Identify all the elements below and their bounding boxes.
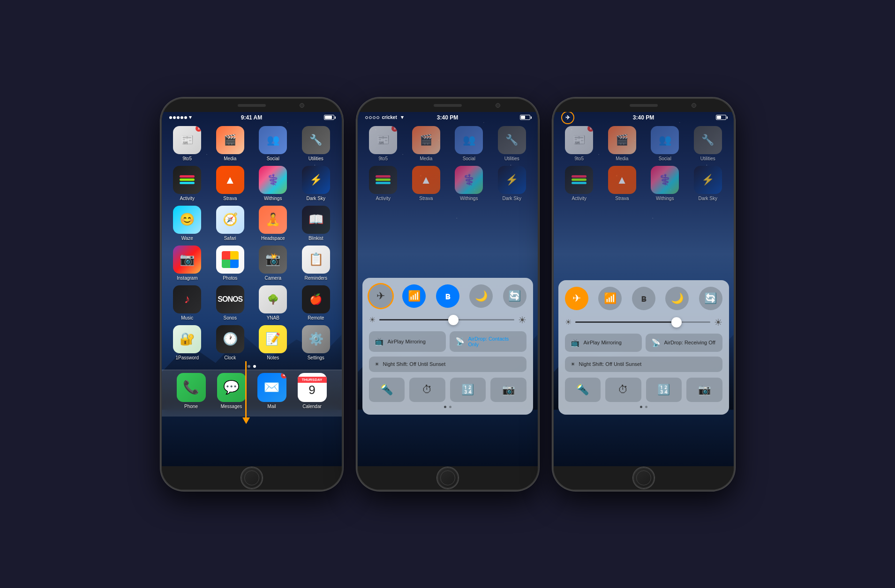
app-reminders[interactable]: 📋 Reminders [297,246,335,281]
app-activity[interactable]: Activity [168,166,207,201]
app-utilities[interactable]: 🔧 Utilities [297,126,335,161]
app-icon-messages[interactable]: 💬 [217,373,246,402]
cc-dot-2 [449,406,451,408]
app-icon-social[interactable]: 👥 [259,126,287,154]
app-darksky[interactable]: ⚡ Dark Sky [297,166,335,201]
app3-media: 🎬 Media [603,126,641,161]
home-button-1[interactable] [241,467,263,489]
dock-phone[interactable]: 📞 Phone [177,373,206,409]
cc-slider-fill-2 [379,319,453,320]
cc-timer-3[interactable]: ⏱ [605,378,641,402]
cc-timer-2[interactable]: ⏱ [409,378,445,402]
cc-nightshift-3[interactable]: ☀ Night Shift: Off Until Sunset [565,357,722,372]
cc-slider-thumb-3[interactable] [671,317,682,327]
app-icon-1password[interactable]: 🔐 [173,325,201,353]
cc-donotdisturb-3[interactable]: 🌙 [665,287,689,310]
app-label-mail: Mail [267,404,276,409]
app-settings[interactable]: ⚙️ Settings [297,325,335,360]
cc-wifi-3[interactable]: 📶 [598,287,622,310]
app-withings[interactable]: ⚕️ Withings [254,166,293,201]
app-icon-settings[interactable]: ⚙️ [302,325,330,353]
app-icon-activity[interactable] [173,166,201,194]
app-label-reminders: Reminders [305,275,327,281]
cc-airdrop-2[interactable]: 📡 AirDrop: Contacts Only [450,331,526,352]
cc-calculator-3[interactable]: 🔢 [646,378,682,402]
app-icon-remote[interactable]: 🍎 [302,285,330,313]
app-icon-calendar[interactable]: THURSDAY 9 [298,373,327,402]
app-icon-notes[interactable]: 📝 [259,325,287,353]
app-icon-blinkist[interactable]: 📖 [302,206,330,234]
cc-nightshift-2[interactable]: ☀ Night Shift: Off Until Sunset [369,357,526,372]
cc-bluetooth-2[interactable]: ʙ [436,284,459,308]
app-1password[interactable]: 🔐 1Password [168,325,207,360]
app-music[interactable]: ♪ Music [168,285,207,320]
app-icon-music[interactable]: ♪ [173,285,201,313]
cc-airplane-2[interactable]: ✈ [369,284,392,308]
cc-bluetooth-3[interactable]: ʙ [632,287,655,310]
app-icon-headspace[interactable]: 🧘 [259,206,287,234]
app-safari[interactable]: 🧭 Safari [211,206,249,241]
app-icon-darksky[interactable]: ⚡ [302,166,330,194]
cc-rotation-3[interactable]: 🔄 [699,287,722,310]
app-icon-camera[interactable]: 📸 [259,246,287,274]
app-clock[interactable]: 🕐 Clock [211,325,249,360]
app-icon-clock[interactable]: 🕐 [216,325,244,353]
app-icon-utilities[interactable]: 🔧 [302,126,330,154]
app-notes[interactable]: 📝 Notes [254,325,293,360]
app2-label-social: Social [463,156,475,161]
cc-calculator-2[interactable]: 🔢 [450,378,486,402]
app-icon-waze[interactable]: 😊 [173,206,201,234]
app-icon-reminders[interactable]: 📋 [302,246,330,274]
app-remote[interactable]: 🍎 Remote [297,285,335,320]
app-camera[interactable]: 📸 Camera [254,246,293,281]
app-icon-phone[interactable]: 📞 [177,373,206,402]
app-social[interactable]: 👥 Social [254,126,293,161]
app-9to5[interactable]: 📰 2 9to5 [168,126,207,161]
cc-airplane-3[interactable]: ✈ [565,287,588,310]
app-blinkist[interactable]: 📖 Blinkist [297,206,335,241]
dock-calendar[interactable]: THURSDAY 9 Calendar [298,373,327,409]
app-icon-sonos[interactable]: SONOS [216,285,244,313]
app-icon-instagram[interactable]: 📷 [173,246,201,274]
app-icon-strava[interactable]: ▲ [216,166,244,194]
cc-airplay-2[interactable]: 📺 AirPlay Mirroring [369,331,446,352]
home-button-2[interactable] [437,467,459,489]
arrow-head [242,417,250,424]
cc-slider-3[interactable] [575,321,710,323]
app-photos[interactable]: Photos [211,246,249,281]
airdrop-icon-2: 📡 [455,337,465,346]
app-icon-photos[interactable] [216,246,244,274]
battery-3 [716,115,726,120]
cc-camera-3[interactable]: 📷 [686,378,722,402]
app-icon-9to5[interactable]: 📰 2 [173,126,201,154]
cc-flashlight-2[interactable]: 🔦 [369,378,405,402]
app2-darksky: ⚡ Dark Sky [493,166,531,201]
cc-wifi-2[interactable]: 📶 [402,284,426,308]
cc-slider-2[interactable] [379,319,514,320]
app-icon-media[interactable]: 🎬 [216,126,244,154]
dock-mail[interactable]: ✉️ 4 Mail [257,373,286,409]
app-icon-safari[interactable]: 🧭 [216,206,244,234]
cc-brightness-2: ☀ ☀ [369,314,526,326]
app-instagram[interactable]: 📷 Instagram [168,246,207,281]
dock-messages[interactable]: 💬 Messages [217,373,246,409]
cc-quick-actions-2: 🔦 ⏱ 🔢 📷 [369,378,526,402]
app-waze[interactable]: 😊 Waze [168,206,207,241]
app-strava[interactable]: ▲ Strava [211,166,249,201]
cc-slider-thumb-2[interactable] [448,315,459,325]
app-icon-mail[interactable]: ✉️ 4 [257,373,286,402]
app-icon-withings[interactable]: ⚕️ [259,166,287,194]
phone-top-bar-2 [358,99,538,112]
app-headspace[interactable]: 🧘 Headspace [254,206,293,241]
cc-camera-2[interactable]: 📷 [490,378,526,402]
home-button-3[interactable] [633,467,654,489]
cc-flashlight-3[interactable]: 🔦 [565,378,601,402]
app-sonos[interactable]: SONOS Sonos [211,285,249,320]
cc-rotation-2[interactable]: 🔄 [503,284,526,308]
cc-airplay-3[interactable]: 📺 AirPlay Mirroring [565,334,642,352]
app-icon-ynab[interactable]: 🌳 [259,285,287,313]
app-media[interactable]: 🎬 Media [211,126,249,161]
app-ynab[interactable]: 🌳 YNAB [254,285,293,320]
cc-donotdisturb-2[interactable]: 🌙 [469,284,493,308]
cc-airdrop-3[interactable]: 📡 AirDrop: Receiving Off [646,334,722,352]
